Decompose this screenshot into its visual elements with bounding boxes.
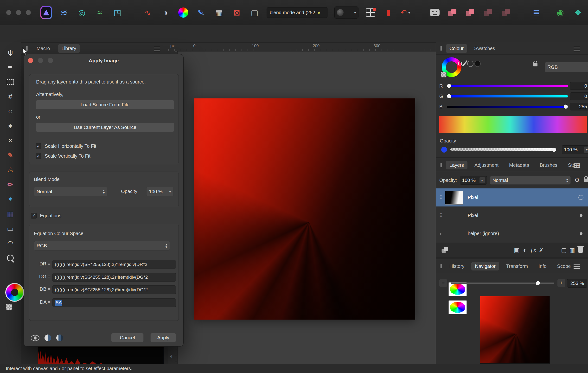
green-slider[interactable] bbox=[447, 95, 568, 97]
tab-info[interactable]: Info bbox=[535, 262, 550, 270]
assistant-icon[interactable] bbox=[429, 6, 441, 19]
transparency-well[interactable] bbox=[441, 72, 447, 77]
alignment-icon[interactable]: ≣ bbox=[531, 6, 542, 19]
remove-fx-icon[interactable]: ✗ bbox=[537, 247, 546, 254]
opacity-value[interactable]: 100 % ▾ bbox=[562, 145, 588, 154]
mesh-warp-tool[interactable]: ▦ bbox=[5, 209, 16, 219]
document-canvas[interactable] bbox=[194, 98, 415, 320]
equations-checkbox[interactable]: ✓ bbox=[31, 213, 37, 219]
tab-adjustment[interactable]: Adjustment bbox=[471, 161, 502, 170]
export-persona-icon[interactable]: ◳ bbox=[112, 6, 123, 19]
healing-brush-tool[interactable]: × bbox=[5, 135, 16, 146]
mask-layer-icon[interactable]: ▣ bbox=[513, 247, 521, 254]
layer-name[interactable]: helper (ignore) bbox=[468, 231, 580, 236]
snapping-dropdown[interactable]: ↶▾ bbox=[400, 6, 410, 19]
minimize-window-button[interactable] bbox=[16, 10, 21, 15]
auto-colour-icon[interactable] bbox=[178, 6, 189, 19]
dialog-blend-mode-select[interactable]: Normal ▴▾ bbox=[34, 187, 107, 196]
tab-history[interactable]: History bbox=[446, 262, 468, 270]
crop-tool[interactable]: # bbox=[5, 91, 16, 102]
opacity-slider[interactable] bbox=[450, 148, 556, 151]
layer-visibility-toggle[interactable] bbox=[580, 232, 582, 235]
layer-visibility-toggle[interactable] bbox=[578, 195, 583, 200]
tab-metadata[interactable]: Metadata bbox=[505, 161, 533, 170]
marquee-tool[interactable] bbox=[5, 76, 16, 87]
chevron-down-icon[interactable]: ▾ bbox=[584, 147, 588, 153]
brush-preview-dropdown[interactable]: ▾ bbox=[335, 6, 358, 19]
zoom-tool[interactable] bbox=[5, 253, 16, 263]
affinity-photo-logo[interactable] bbox=[41, 6, 52, 19]
pen-tool[interactable]: ✒ bbox=[5, 62, 16, 73]
selection-marquee-icon[interactable]: ▦ bbox=[213, 6, 225, 19]
drag-handle-icon[interactable]: ⠿ bbox=[438, 194, 444, 201]
blur-tool[interactable]: ♠ bbox=[5, 194, 16, 204]
layer-row-pixel-1[interactable]: ⠿ Pixel bbox=[436, 188, 588, 207]
use-current-layer-button[interactable]: Use Current Layer As Source bbox=[36, 123, 174, 132]
group-layers-icon[interactable]: ▢ bbox=[560, 247, 568, 254]
rectangle-tool[interactable]: ▭ bbox=[5, 223, 16, 234]
red-slider[interactable] bbox=[447, 85, 568, 87]
blue-value[interactable]: 255 bbox=[570, 103, 588, 110]
panel-grip[interactable] bbox=[440, 163, 441, 167]
tab-macro[interactable]: Macro bbox=[33, 44, 54, 53]
colour-profile-icon[interactable]: ◉ bbox=[555, 6, 566, 19]
dg-equation-input[interactable]: (((((((irem(idiv(SG*255,128),2)*irem(idi… bbox=[52, 273, 176, 282]
equation-colour-space-select[interactable]: RGB ▴▾ bbox=[34, 241, 170, 251]
drag-handle-icon[interactable]: ⠿ bbox=[438, 213, 444, 219]
split-view-icon[interactable] bbox=[44, 334, 51, 341]
layer-options-icon[interactable]: ▥ bbox=[568, 247, 576, 254]
stop-recording-icon[interactable]: ▮ bbox=[383, 6, 394, 19]
layer-name[interactable]: Pixel bbox=[468, 213, 580, 218]
layer-row-helper[interactable]: ▸ helper (ignore) bbox=[436, 224, 588, 243]
auto-contrast-icon[interactable]: ◑ bbox=[160, 6, 171, 19]
red-value[interactable]: 0 bbox=[570, 82, 588, 90]
smudge-tool[interactable]: ✏ bbox=[5, 179, 16, 190]
chevron-down-icon[interactable]: ▾ bbox=[480, 177, 485, 183]
tab-navigator[interactable]: Navigator bbox=[471, 262, 499, 270]
canvas-viewport[interactable]: px 0100200300 4 bbox=[168, 42, 436, 364]
transparency-swatch[interactable] bbox=[6, 304, 12, 310]
auto-levels-icon[interactable]: ∿ bbox=[142, 6, 154, 19]
tone-mapping-persona-icon[interactable]: ≈ bbox=[94, 6, 105, 19]
close-window-button[interactable] bbox=[6, 10, 11, 15]
panel-menu-icon[interactable] bbox=[154, 47, 160, 47]
invert-selection-icon[interactable]: ▢ bbox=[249, 6, 260, 19]
lock-icon[interactable] bbox=[533, 63, 537, 66]
layers-opacity-value[interactable]: 100 % ▾ bbox=[460, 176, 487, 185]
layer-lock-icon[interactable] bbox=[584, 179, 588, 182]
navigator-preview[interactable] bbox=[480, 296, 550, 364]
live-filter-icon[interactable]: ƒx bbox=[529, 247, 537, 254]
tab-swatches[interactable]: Swatches bbox=[471, 44, 499, 53]
colour-sample-well-2[interactable] bbox=[474, 61, 481, 67]
quick-mask-icon[interactable]: ❖ bbox=[572, 6, 584, 19]
tab-library[interactable]: Library bbox=[58, 44, 80, 53]
dialog-opacity-combo[interactable]: 100 % ▾ bbox=[146, 187, 174, 196]
pixel-grid-icon[interactable] bbox=[365, 6, 376, 19]
colour-panel-menu-icon[interactable] bbox=[574, 47, 580, 47]
zoom-slider[interactable] bbox=[451, 283, 554, 284]
search-dropdown[interactable]: blend mode and (252 ★ bbox=[267, 7, 328, 18]
blue-slider[interactable] bbox=[447, 106, 568, 108]
view-tool[interactable]: ψ bbox=[5, 47, 16, 58]
selection-brush-tool[interactable]: ∗ bbox=[5, 121, 16, 131]
gear-icon[interactable]: ⚙ bbox=[575, 177, 580, 184]
tab-scope[interactable]: Scope bbox=[554, 262, 575, 270]
expand-chevron-icon[interactable]: ▸ bbox=[438, 231, 444, 236]
zoom-out-button[interactable]: − bbox=[439, 279, 447, 287]
dr-equation-input[interactable]: (((((((irem(idiv(SR*255,128),2)*irem(idi… bbox=[52, 260, 176, 269]
colour-wheel-marker[interactable] bbox=[458, 62, 462, 65]
green-value[interactable]: 0 bbox=[570, 92, 588, 100]
panel-grip[interactable] bbox=[440, 46, 441, 51]
tab-transform[interactable]: Transform bbox=[503, 262, 531, 270]
zoom-in-button[interactable]: + bbox=[557, 279, 565, 287]
colour-selector-wheel[interactable] bbox=[5, 283, 24, 302]
blend-mode-select[interactable]: Normal ▴▾ bbox=[490, 176, 571, 185]
load-source-button[interactable]: Load Source From File bbox=[36, 100, 174, 109]
zoom-window-button[interactable] bbox=[26, 10, 31, 15]
duplicate-layer-icon[interactable] bbox=[442, 247, 449, 254]
scale-horizontally-checkbox[interactable]: ✓ bbox=[36, 143, 41, 149]
panel-grip[interactable] bbox=[440, 264, 441, 268]
layer-visibility-toggle[interactable] bbox=[580, 214, 582, 217]
layer-name[interactable]: Pixel bbox=[468, 195, 578, 200]
paint-brush-tool[interactable]: ✎ bbox=[5, 150, 16, 160]
